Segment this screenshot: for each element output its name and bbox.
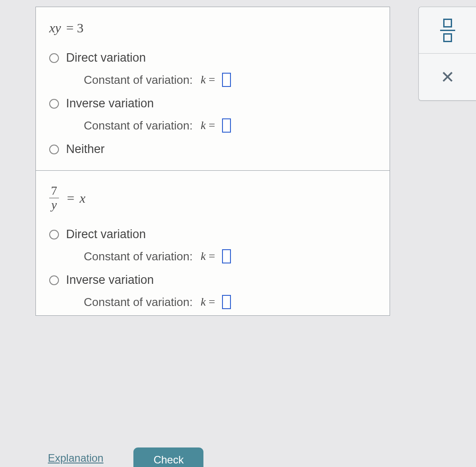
option-label: Neither bbox=[66, 142, 105, 156]
constant-label: Constant of variation: bbox=[84, 250, 193, 263]
check-button[interactable]: Check bbox=[133, 447, 203, 467]
answer-input-box[interactable] bbox=[222, 249, 231, 263]
option-label: Inverse variation bbox=[66, 97, 154, 110]
option-direct-2[interactable]: Direct variation bbox=[49, 228, 376, 241]
constant-row-direct-2: Constant of variation: k = bbox=[84, 249, 376, 263]
answer-input-box[interactable] bbox=[222, 73, 231, 87]
constant-label: Constant of variation: bbox=[84, 73, 193, 87]
answer-input-box[interactable] bbox=[222, 295, 231, 309]
constant-row-inverse-1: Constant of variation: k = bbox=[84, 118, 376, 133]
equation-2: 7 y = x bbox=[49, 184, 376, 212]
option-label: Direct variation bbox=[66, 51, 146, 65]
equation-1: xy = 3 bbox=[49, 20, 376, 35]
option-neither-1[interactable]: Neither bbox=[49, 142, 376, 156]
close-tool-button[interactable]: ✕ bbox=[419, 54, 476, 100]
radio-icon[interactable] bbox=[49, 145, 59, 154]
bottom-button-row: Explanation Check bbox=[35, 447, 203, 467]
question-card: xy = 3 Direct variation Constant of vari… bbox=[35, 7, 390, 316]
option-label: Direct variation bbox=[66, 228, 146, 241]
radio-icon[interactable] bbox=[49, 53, 59, 63]
k-equals: k = bbox=[201, 250, 215, 263]
fraction-icon bbox=[440, 19, 455, 42]
constant-label: Constant of variation: bbox=[84, 119, 193, 133]
explanation-button[interactable]: Explanation bbox=[35, 447, 116, 467]
radio-icon[interactable] bbox=[49, 99, 59, 109]
radio-icon[interactable] bbox=[49, 275, 59, 285]
k-equals: k = bbox=[201, 119, 215, 132]
tool-panel: ✕ bbox=[418, 7, 476, 101]
close-icon: ✕ bbox=[441, 69, 455, 86]
answer-input-box[interactable] bbox=[222, 118, 231, 133]
constant-row-direct-1: Constant of variation: k = bbox=[84, 73, 376, 87]
constant-label: Constant of variation: bbox=[84, 295, 193, 309]
fraction-tool-button[interactable] bbox=[419, 7, 476, 54]
radio-icon[interactable] bbox=[49, 230, 59, 239]
constant-row-inverse-2: Constant of variation: k = bbox=[84, 295, 376, 309]
option-label: Inverse variation bbox=[66, 273, 154, 287]
problem-1: xy = 3 Direct variation Constant of vari… bbox=[36, 7, 390, 171]
option-direct-1[interactable]: Direct variation bbox=[49, 51, 376, 65]
fraction-numerator: 7 bbox=[49, 184, 59, 198]
option-inverse-2[interactable]: Inverse variation bbox=[49, 273, 376, 287]
k-equals: k = bbox=[201, 295, 215, 309]
k-equals: k = bbox=[201, 73, 215, 86]
option-inverse-1[interactable]: Inverse variation bbox=[49, 97, 376, 110]
problem-2: 7 y = x Direct variation Constant of var… bbox=[36, 171, 390, 315]
fraction-denominator: y bbox=[50, 198, 59, 212]
